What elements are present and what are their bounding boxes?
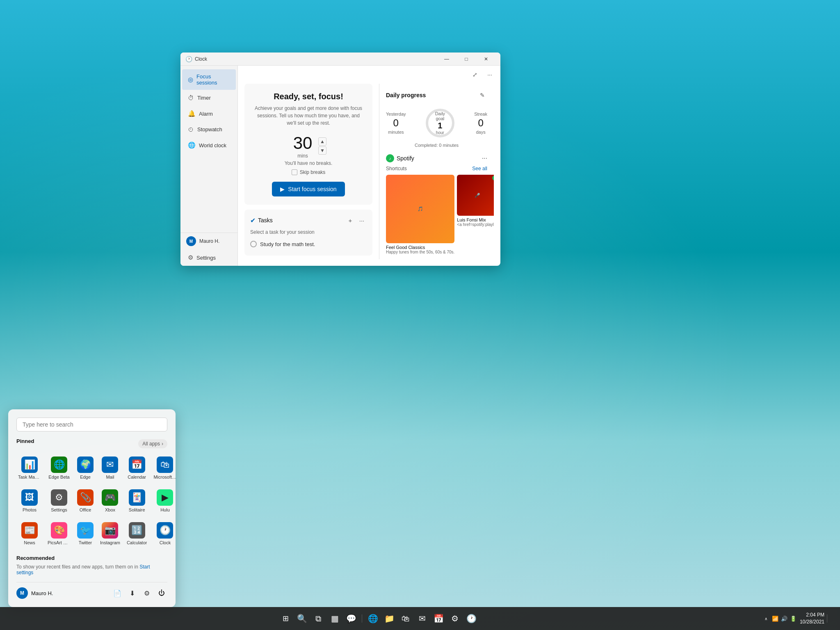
- skip-breaks-label: Skip breaks: [300, 169, 326, 175]
- stopwatch-icon: ⏲: [188, 126, 194, 133]
- ring-unit: hour: [432, 130, 448, 135]
- pinned-twitter[interactable]: 🐦 Twitter: [75, 519, 95, 548]
- alarm-icon: 🔔: [188, 110, 196, 117]
- sidebar-user[interactable]: M Mauro H.: [180, 233, 237, 249]
- streak-unit: days: [476, 130, 485, 135]
- pinned-solitaire[interactable]: 🃏 Solitaire: [125, 486, 149, 516]
- settings-label: Settings: [196, 255, 216, 261]
- taskbar-search[interactable]: 🔍: [294, 611, 309, 626]
- timer-down-arrow[interactable]: ▼: [318, 146, 326, 155]
- picsart-icon: 🎨: [51, 522, 67, 539]
- pinned-settings[interactable]: ⚙ Settings: [46, 486, 72, 516]
- focus-title: Ready, set, focus!: [253, 92, 364, 101]
- taskbar-calendar-icon[interactable]: 📅: [431, 611, 446, 626]
- pinned-clock[interactable]: 🕐 Clock: [152, 519, 178, 548]
- pinned-news[interactable]: 📰 News: [16, 519, 43, 548]
- maximize-button[interactable]: □: [457, 52, 476, 66]
- recommended-desc-text: To show your recent files and new apps, …: [16, 564, 138, 570]
- tray-battery[interactable]: 🔋: [789, 614, 797, 623]
- pinned-hulu[interactable]: ▶ Hulu: [152, 486, 178, 516]
- sidebar-user-name: Mauro H.: [199, 238, 219, 244]
- sidebar-item-focus-sessions[interactable]: ◎ Focus sessions: [182, 69, 236, 90]
- start-menu-user[interactable]: M Mauro H.: [16, 587, 53, 599]
- footer-download-icon[interactable]: ⬇: [126, 587, 138, 599]
- sidebar-item-world-clock[interactable]: 🌐 World clock: [182, 137, 236, 153]
- pinned-picsart[interactable]: 🎨 PicsArt Pro Version: [46, 519, 72, 548]
- pinned-microsoft-store[interactable]: 🛍 Microsoft Store: [152, 453, 178, 483]
- stopwatch-label: Stopwatch: [197, 126, 222, 132]
- footer-power-icon[interactable]: ⏻: [156, 587, 167, 599]
- solitaire-icon: 🃏: [129, 489, 145, 506]
- edit-progress-button[interactable]: ✎: [477, 90, 487, 100]
- xbox-label: Xbox: [105, 507, 115, 512]
- play-icon: ▶: [280, 186, 285, 192]
- taskbar-widgets[interactable]: ▦: [327, 611, 342, 626]
- settings-icon: ⚙: [188, 254, 193, 261]
- pinned-office[interactable]: 📎 Office: [75, 486, 95, 516]
- user-avatar: M: [186, 236, 196, 246]
- timer-up-arrow[interactable]: ▲: [318, 137, 326, 146]
- pinned-mail[interactable]: ✉ Mail: [98, 453, 122, 483]
- tray-sound[interactable]: 🔊: [780, 614, 788, 623]
- calculator-icon: 🔢: [129, 522, 145, 539]
- search-input[interactable]: [16, 418, 167, 431]
- yesterday-label: Yesterday: [386, 112, 406, 116]
- pinned-grid: 📊 Task Manager 🌐 Edge Beta 🌍 Edge ✉ Mail…: [16, 453, 167, 548]
- more-options-icon[interactable]: ···: [484, 69, 495, 80]
- spotify-more-button[interactable]: ···: [482, 155, 487, 162]
- pinned-edge-beta[interactable]: 🌐 Edge Beta: [46, 453, 72, 483]
- minimize-button[interactable]: —: [437, 52, 456, 66]
- clock-pin-label: Clock: [160, 540, 171, 545]
- taskbar-clock[interactable]: 2:04 PM 10/28/2021: [800, 612, 824, 625]
- taskbar-mail-icon[interactable]: ✉: [415, 611, 429, 626]
- start-button[interactable]: ⊞: [278, 611, 293, 626]
- pinned-edge[interactable]: 🌍 Edge: [75, 453, 95, 483]
- sidebar-settings[interactable]: ⚙ Settings: [182, 250, 236, 265]
- taskbar-chat[interactable]: 💬: [344, 611, 358, 626]
- tray-chevron[interactable]: ∧: [762, 614, 770, 623]
- sidebar-item-stopwatch[interactable]: ⏲ Stopwatch: [182, 122, 236, 137]
- taskbar-edge[interactable]: 🌐: [365, 611, 380, 626]
- all-apps-button[interactable]: All apps ›: [138, 439, 167, 448]
- solitaire-label: Solitaire: [129, 507, 145, 512]
- show-desktop-button[interactable]: [827, 614, 835, 623]
- playlist-luis-fonsi[interactable]: ● 🎤 Luis Fonsi Mix <a href=spotify:playl…: [457, 175, 494, 254]
- fullscreen-icon[interactable]: ⤢: [469, 69, 481, 80]
- pinned-calculator[interactable]: 🔢 Calculator: [125, 519, 149, 548]
- taskbar-settings-icon[interactable]: ⚙: [447, 611, 462, 626]
- shortcuts-title: Shortcuts: [386, 166, 407, 171]
- pinned-xbox[interactable]: 🎮 Xbox: [98, 486, 122, 516]
- start-focus-session-button[interactable]: ▶ Start focus session: [272, 182, 345, 196]
- sidebar-item-alarm[interactable]: 🔔 Alarm: [182, 106, 236, 121]
- pinned-task-manager[interactable]: 📊 Task Manager: [16, 453, 43, 483]
- footer-document-icon[interactable]: 📄: [112, 587, 123, 599]
- edge-beta-label: Edge Beta: [48, 475, 69, 479]
- task-manager-label: Task Manager: [18, 475, 41, 479]
- pinned-instagram[interactable]: 📷 Instagram: [98, 519, 122, 548]
- shortcuts-see-all[interactable]: See all: [472, 166, 487, 171]
- news-icon: 📰: [21, 522, 38, 539]
- playlist-feel-good[interactable]: 🎵 Feel Good Classics Happy tunes from th…: [386, 175, 454, 254]
- taskbar-task-view[interactable]: ⧉: [311, 611, 326, 626]
- tasks-more-button[interactable]: ···: [357, 215, 367, 225]
- playlist-feel-good-name: Feel Good Classics: [386, 245, 454, 250]
- playlist-feel-good-thumb: 🎵: [386, 175, 454, 243]
- focus-subtitle: Achieve your goals and get more done wit…: [253, 105, 364, 127]
- playlist-luis-desc: <a href=spotify:playli...: [457, 222, 494, 227]
- sidebar-item-timer[interactable]: ⏱ Timer: [182, 90, 236, 105]
- skip-breaks-checkbox[interactable]: [292, 169, 297, 175]
- taskbar-clock-icon[interactable]: 🕐: [464, 611, 479, 626]
- pinned-calendar[interactable]: 📅 Calendar: [125, 453, 149, 483]
- tray-network[interactable]: 📶: [771, 614, 779, 623]
- close-button[interactable]: ✕: [477, 52, 495, 66]
- add-task-button[interactable]: +: [345, 215, 355, 225]
- taskbar-store[interactable]: 🛍: [398, 611, 413, 626]
- taskbar-file-explorer[interactable]: 📁: [382, 611, 397, 626]
- task-item[interactable]: Study for the math test.: [250, 238, 367, 250]
- playlist-feel-good-desc: Happy tunes from the 50s, 60s & 70s.: [386, 250, 454, 254]
- footer-settings-icon[interactable]: ⚙: [141, 587, 153, 599]
- all-apps-label: All apps: [142, 441, 160, 447]
- photos-icon: 🖼: [21, 489, 38, 506]
- instagram-icon: 📷: [102, 522, 118, 539]
- pinned-photos[interactable]: 🖼 Photos: [16, 486, 43, 516]
